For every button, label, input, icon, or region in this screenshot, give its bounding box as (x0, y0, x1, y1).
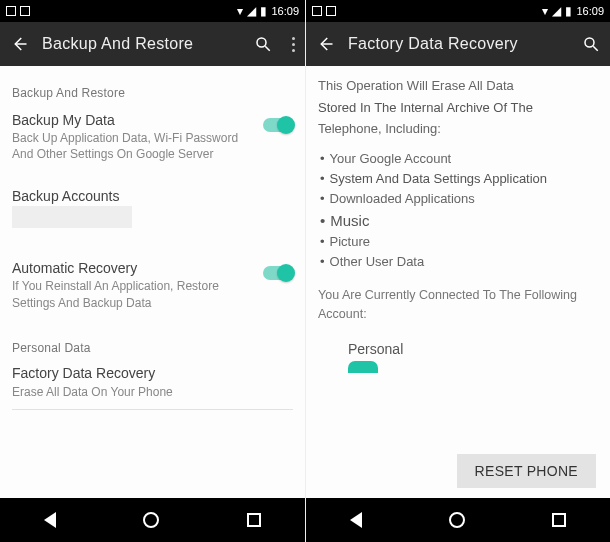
nav-recent-icon[interactable] (247, 513, 261, 527)
status-icon-card (6, 6, 16, 16)
left-pane: ▾ ◢ ▮ 16:09 Backup And Restore Backup An… (0, 0, 305, 542)
appbar: Factory Data Recovery (306, 22, 610, 66)
back-icon[interactable] (10, 35, 28, 53)
status-time: 16:09 (576, 5, 604, 17)
row-backup-accounts[interactable]: Backup Accounts (12, 182, 293, 234)
toggle-backup-my-data[interactable] (263, 118, 293, 132)
signal-icon: ◢ (552, 4, 561, 18)
row-automatic-recovery[interactable]: Automatic Recovery If You Reinstall An A… (12, 254, 293, 316)
list-item: Other User Data (320, 252, 598, 272)
account-name: Personal (348, 341, 598, 357)
factory-reset-content: This Operation Will Erase All Data Store… (306, 66, 610, 373)
row-label: Backup Accounts (12, 188, 293, 204)
row-label: Automatic Recovery (12, 260, 293, 276)
wifi-icon: ▾ (237, 4, 243, 18)
list-item: Picture (320, 232, 598, 252)
account-indicator-icon (348, 361, 378, 373)
nav-home-icon[interactable] (143, 512, 159, 528)
warning-text: Telephone, Including: (318, 119, 598, 139)
signal-icon: ◢ (247, 4, 256, 18)
appbar-title: Factory Data Recovery (348, 35, 568, 53)
warning-text: This Operation Will Erase All Data (318, 76, 598, 96)
nav-recent-icon[interactable] (552, 513, 566, 527)
row-factory-data-recovery[interactable]: Factory Data Recovery (12, 361, 293, 385)
appbar: Backup And Restore (0, 22, 305, 66)
search-icon[interactable] (582, 35, 600, 53)
list-item: Downloaded Applications (320, 189, 598, 209)
battery-icon: ▮ (565, 4, 572, 18)
section-header-personal: Personal Data (12, 341, 293, 355)
svg-point-0 (257, 38, 266, 47)
appbar-title: Backup And Restore (42, 35, 240, 53)
settings-content: Backup And Restore Backup My Data Back U… (0, 66, 305, 410)
connected-account-label: You Are Currently Connected To The Follo… (318, 286, 598, 322)
warning-text: Stored In The Internal Archive Of The (318, 98, 598, 118)
status-icon-device (20, 6, 30, 16)
list-item: Your Google Account (320, 149, 598, 169)
navbar (0, 498, 305, 542)
list-item: System And Data Settings Application (320, 169, 598, 189)
nav-back-icon[interactable] (44, 512, 56, 528)
row-label: Backup My Data (12, 112, 293, 128)
nav-home-icon[interactable] (449, 512, 465, 528)
status-time: 16:09 (271, 5, 299, 17)
row-sub: If You Reinstall An Application, Restore… (12, 278, 293, 310)
reset-phone-button[interactable]: RESET PHONE (457, 454, 596, 488)
row-sub: Erase All Data On Your Phone (12, 385, 293, 399)
right-pane: ▾ ◢ ▮ 16:09 Factory Data Recovery This O… (305, 0, 610, 542)
statusbar: ▾ ◢ ▮ 16:09 (306, 0, 610, 22)
erase-list: Your Google Account System And Data Sett… (320, 149, 598, 273)
status-icon-device (326, 6, 336, 16)
status-icon-card (312, 6, 322, 16)
nav-back-icon[interactable] (350, 512, 362, 528)
wifi-icon: ▾ (542, 4, 548, 18)
row-backup-my-data[interactable]: Backup My Data Back Up Application Data,… (12, 106, 293, 168)
divider (12, 409, 293, 410)
svg-point-1 (585, 38, 594, 47)
list-item: Music (320, 209, 598, 232)
search-icon[interactable] (254, 35, 272, 53)
statusbar: ▾ ◢ ▮ 16:09 (0, 0, 305, 22)
overflow-icon[interactable] (292, 37, 295, 52)
row-label: Factory Data Recovery (12, 365, 155, 381)
backup-accounts-field[interactable] (12, 206, 132, 228)
battery-icon: ▮ (260, 4, 267, 18)
navbar (306, 498, 610, 542)
row-sub: Back Up Application Data, Wi-Fi Password… (12, 130, 293, 162)
back-icon[interactable] (316, 35, 334, 53)
section-header: Backup And Restore (12, 86, 293, 100)
toggle-automatic-recovery[interactable] (263, 266, 293, 280)
